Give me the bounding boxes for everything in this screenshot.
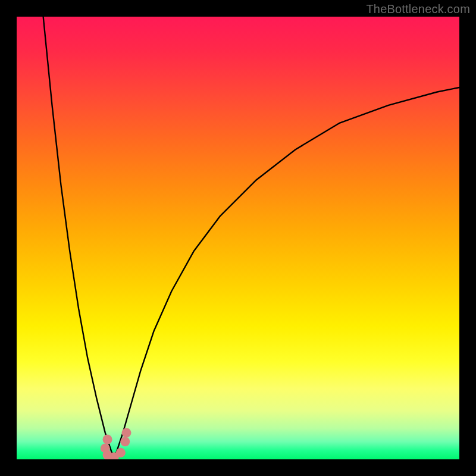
marker-point <box>122 428 131 437</box>
chart-frame: TheBottleneck.com <box>0 0 476 476</box>
plot-area <box>17 17 459 459</box>
watermark-text: TheBottleneck.com <box>366 2 470 16</box>
marker-point <box>103 435 112 444</box>
curve-right-branch <box>114 87 459 459</box>
curve-layer <box>17 17 459 459</box>
marker-point <box>120 437 130 446</box>
marker-point <box>116 448 126 458</box>
curve-left-branch <box>43 17 114 459</box>
